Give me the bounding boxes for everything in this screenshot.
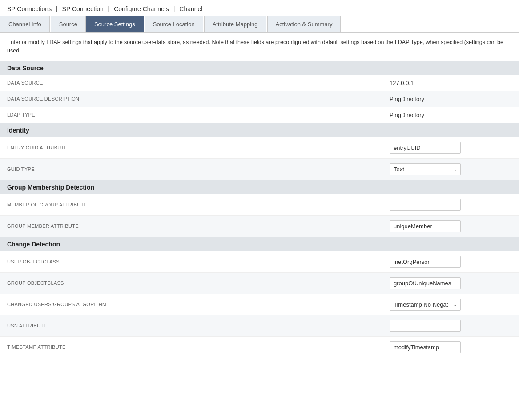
content: Data Source DATA SOURCE 127.0.0.1 DATA S… <box>0 61 519 376</box>
breadcrumb-item-4[interactable]: Channel <box>179 5 202 12</box>
section-header-group-membership: Group Membership Detection <box>0 180 519 194</box>
breadcrumb-sep-1: | <box>56 5 60 12</box>
field-label-usn-attribute: USN ATTRIBUTE <box>7 323 390 328</box>
tab-attribute-mapping[interactable]: Attribute Mapping <box>204 16 266 32</box>
member-of-group-input[interactable] <box>390 199 461 211</box>
changed-algorithm-select[interactable]: Timestamp No Negation Active Directory U… <box>390 299 461 311</box>
field-row-usn-attribute: USN ATTRIBUTE <box>0 315 519 337</box>
usn-attribute-input[interactable] <box>390 320 461 332</box>
field-row-data-source-desc: DATA SOURCE DESCRIPTION PingDirectory <box>0 91 519 107</box>
section-header-data-source: Data Source <box>0 61 519 75</box>
group-objectclass-input[interactable] <box>390 277 461 289</box>
guid-type-select-wrapper: Text UUID Other ⌄ <box>390 163 461 175</box>
field-label-data-source-desc: DATA SOURCE DESCRIPTION <box>7 96 390 101</box>
field-value-ldap-type: PingDirectory <box>390 112 512 118</box>
tab-bar: Channel Info Source Source Settings Sour… <box>0 16 519 33</box>
field-row-guid-type: GUID TYPE Text UUID Other ⌄ <box>0 159 519 180</box>
field-row-group-member: GROUP MEMBER ATTRIBUTE <box>0 216 519 237</box>
field-row-group-objectclass: GROUP OBJECTCLASS <box>0 273 519 294</box>
field-row-data-source: DATA SOURCE 127.0.0.1 <box>0 75 519 91</box>
field-label-group-objectclass: GROUP OBJECTCLASS <box>7 280 390 286</box>
field-row-timestamp-attribute: TIMESTAMP ATTRIBUTE <box>0 337 519 358</box>
field-row-ldap-type: LDAP TYPE PingDirectory <box>0 107 519 123</box>
tab-channel-info[interactable]: Channel Info <box>0 16 50 32</box>
breadcrumb: SP Connections | SP Connection | Configu… <box>0 0 519 16</box>
breadcrumb-item-1[interactable]: SP Connections <box>7 5 52 12</box>
field-value-data-source: 127.0.0.1 <box>390 80 512 86</box>
section-header-identity: Identity <box>0 123 519 137</box>
field-row-entry-guid: ENTRY GUID ATTRIBUTE <box>0 137 519 159</box>
tab-source[interactable]: Source <box>51 16 86 32</box>
field-label-timestamp-attribute: TIMESTAMP ATTRIBUTE <box>7 344 390 350</box>
field-label-group-member: GROUP MEMBER ATTRIBUTE <box>7 223 390 229</box>
field-row-changed-algorithm: CHANGED USERS/GROUPS ALGORITHM Timestamp… <box>0 294 519 315</box>
changed-algorithm-select-wrapper: Timestamp No Negation Active Directory U… <box>390 299 461 311</box>
breadcrumb-item-3[interactable]: Configure Channels <box>114 5 169 12</box>
section-header-change-detection: Change Detection <box>0 237 519 251</box>
field-label-user-objectclass: USER OBJECTCLASS <box>7 259 390 264</box>
tab-source-settings[interactable]: Source Settings <box>86 16 144 32</box>
field-label-data-source: DATA SOURCE <box>7 80 390 85</box>
field-row-user-objectclass: USER OBJECTCLASS <box>0 251 519 273</box>
entry-guid-input[interactable] <box>390 142 461 154</box>
field-label-entry-guid: ENTRY GUID ATTRIBUTE <box>7 145 390 150</box>
field-label-changed-algorithm: CHANGED USERS/GROUPS ALGORITHM <box>7 302 390 307</box>
field-row-member-of-group: MEMBER OF GROUP ATTRIBUTE <box>0 194 519 216</box>
user-objectclass-input[interactable] <box>390 256 461 268</box>
field-label-guid-type: GUID TYPE <box>7 166 390 172</box>
breadcrumb-item-2[interactable]: SP Connection <box>62 5 104 12</box>
breadcrumb-sep-3: | <box>173 5 177 12</box>
tab-activation-summary[interactable]: Activation & Summary <box>267 16 341 32</box>
guid-type-select[interactable]: Text UUID Other <box>390 163 461 175</box>
breadcrumb-sep-2: | <box>108 5 112 12</box>
group-member-input[interactable] <box>390 220 461 232</box>
field-value-data-source-desc: PingDirectory <box>390 96 512 102</box>
field-label-ldap-type: LDAP TYPE <box>7 112 390 117</box>
description: Enter or modify LDAP settings that apply… <box>0 33 519 61</box>
field-label-member-of-group: MEMBER OF GROUP ATTRIBUTE <box>7 202 390 207</box>
timestamp-attribute-input[interactable] <box>390 341 461 353</box>
tab-source-location[interactable]: Source Location <box>145 16 203 32</box>
